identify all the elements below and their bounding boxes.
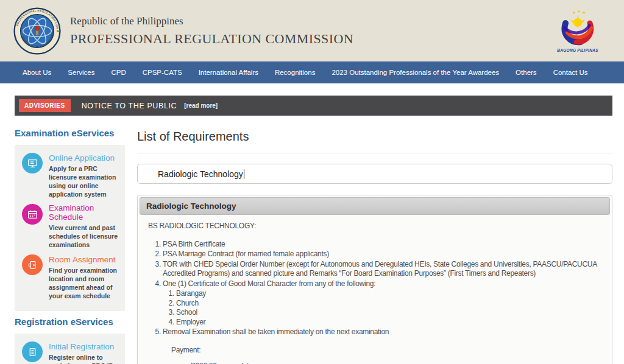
list-item: Removal Examination shall be taken immed… — [163, 327, 601, 337]
sidebar-item-online-application: Online Application Apply for a PRC licen… — [21, 152, 119, 198]
exam-eservices-heading: Examination eServices — [15, 128, 125, 138]
nav-services[interactable]: Services — [68, 69, 94, 76]
svg-text:★: ★ — [572, 10, 576, 15]
site-header: PROFESSIONAL REGULATION COMMISSION REPUB… — [0, 0, 624, 61]
list-item: One (1) Certificate of Good Moral Charac… — [163, 279, 601, 327]
online-application-icon[interactable] — [22, 153, 43, 173]
list-item: TOR with CHED Special Order Number (exce… — [163, 260, 601, 279]
read-more-link[interactable]: [read more] — [184, 102, 218, 109]
bagong-logo-text: BAGONG PILIPINAS — [557, 48, 598, 52]
nav-about-us[interactable]: About Us — [23, 69, 51, 76]
search-input-value: Radiologic Technology — [158, 169, 243, 179]
payment-line-complete: P900.00 – complete — [191, 362, 601, 364]
main-content: List of Requirements Radiologic Technolo… — [137, 127, 612, 364]
nav-2023-awardees[interactable]: 2023 Outstanding Professionals of the Ye… — [332, 69, 499, 76]
republic-line: Republic of the Philippines — [70, 15, 353, 27]
commission-title: PROFESSIONAL REGULATION COMMISSION — [70, 31, 353, 47]
header-titles: Republic of the Philippines PROFESSIONAL… — [70, 15, 353, 47]
gmc-sources-list: Barangay Church School Employer — [163, 289, 601, 327]
nav-recognitions[interactable]: Recognitions — [275, 69, 315, 76]
prc-seal-logo: PROFESSIONAL REGULATION COMMISSION REPUB… — [13, 7, 61, 55]
sidebar: Examination eServices Online Application… — [15, 127, 125, 364]
list-item: Barangay — [176, 289, 601, 299]
examination-schedule-icon[interactable] — [22, 204, 43, 225]
list-item: Employer — [176, 318, 601, 327]
payment-lines: P900.00 – complete P450.00 – removal / c… — [191, 362, 601, 364]
requirements-intro: BS RADIOLOGIC TECHNOLOGY: — [148, 222, 601, 231]
panel-header-radiologic-technology[interactable]: Radiologic Technology — [140, 197, 610, 215]
sidebar-item-examination-schedule: Examination Schedule View current and pa… — [21, 203, 119, 249]
requirements-panel: Radiologic Technology BS RADIOLOGIC TECH… — [137, 195, 612, 364]
advisory-headline-link[interactable]: NOTICE TO THE PUBLIC — [82, 102, 177, 110]
nav-international-affairs[interactable]: International Affairs — [199, 69, 258, 76]
nav-others[interactable]: Others — [516, 69, 537, 76]
advisory-bar: ADVISORIES NOTICE TO THE PUBLIC [read mo… — [15, 96, 612, 116]
bagong-pilipinas-icon: ★ ★ ★ — [560, 10, 595, 47]
svg-text:★: ★ — [582, 10, 586, 15]
panel-body: BS RADIOLOGIC TECHNOLOGY: PSA Birth Cert… — [140, 215, 610, 364]
nav-contact-us[interactable]: Contact Us — [553, 69, 588, 76]
examination-schedule-desc: View current and past schedules of licen… — [49, 223, 119, 249]
sidebar-item-initial-registration: Initial Registration Register online to … — [21, 341, 119, 364]
list-item: PSA Marriage Contract (for married femal… — [163, 250, 601, 259]
exam-eservices-box: Online Application Apply for a PRC licen… — [15, 145, 125, 311]
search-input[interactable]: Radiologic Technology — [137, 164, 612, 184]
list-item: PSA Birth Certificate — [163, 240, 601, 250]
examination-schedule-link[interactable]: Examination Schedule — [49, 203, 119, 222]
bagong-pilipinas-logo: ★ ★ ★ BAGONG PILIPINAS — [558, 5, 597, 57]
online-application-link[interactable]: Online Application — [49, 153, 115, 163]
requirements-list: PSA Birth Certificate PSA Marriage Contr… — [148, 240, 601, 337]
title-divider — [137, 153, 612, 153]
advisories-badge[interactable]: ADVISORIES — [19, 99, 71, 112]
room-assignment-desc: Find your examination location and room … — [49, 266, 119, 300]
room-assignment-link[interactable]: Room Assignment — [49, 255, 116, 264]
nav-cpd[interactable]: CPD — [111, 69, 126, 76]
room-assignment-icon[interactable] — [22, 254, 43, 275]
sidebar-item-room-assignment: Room Assignment Find your examination lo… — [21, 254, 119, 300]
initial-registration-desc: Register online to apply for new PRC ID — [49, 353, 119, 364]
payment-label: Payment: — [171, 346, 601, 355]
text-cursor — [244, 169, 244, 179]
svg-text:★: ★ — [577, 10, 581, 13]
list-item: Church — [176, 299, 601, 309]
online-application-desc: Apply for a PRC licensure examination us… — [49, 164, 119, 198]
list-item: School — [176, 308, 601, 318]
initial-registration-icon[interactable] — [22, 341, 43, 362]
main-navigation: About Us Services CPD CPSP-CATS Internat… — [0, 61, 624, 83]
list-item-text: One (1) Certificate of Good Moral Charac… — [163, 279, 375, 288]
reg-eservices-box: Initial Registration Register online to … — [15, 334, 125, 364]
initial-registration-link[interactable]: Initial Registration — [49, 342, 114, 351]
nav-cpsp-cats[interactable]: CPSP-CATS — [143, 69, 182, 76]
reg-eservices-heading: Registration eServices — [15, 317, 125, 327]
page-title: List of Requirements — [137, 130, 612, 144]
